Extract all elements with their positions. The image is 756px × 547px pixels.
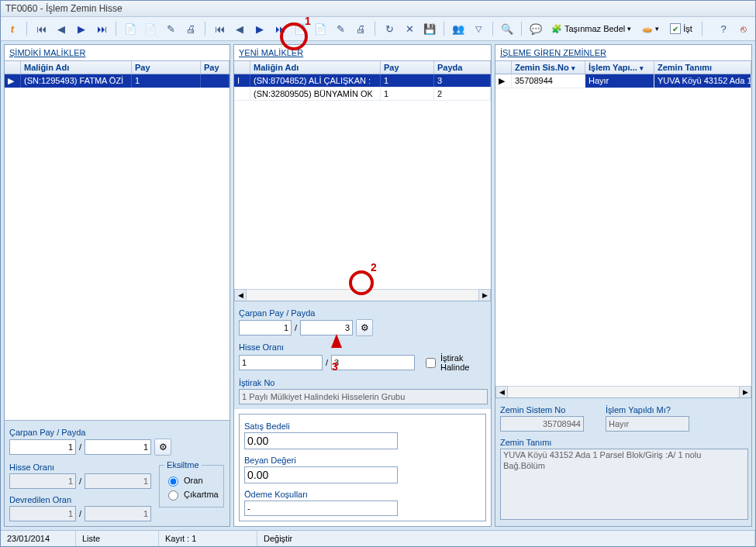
middle-hscroll[interactable]: ◀ ▶: [234, 289, 491, 301]
table-row[interactable]: ▶ 35708944 Hayır YUVA Köyü 43152 Ada 1: [495, 74, 751, 88]
satis-label: Satış Bedeli: [244, 421, 481, 431]
col-islem[interactable]: İşlem Yapı... ▾: [585, 61, 654, 74]
col-malik[interactable]: Maliğin Adı: [250, 61, 381, 74]
first2-icon[interactable]: ⏮: [211, 20, 228, 37]
copy-record-icon[interactable]: 📄: [122, 20, 139, 37]
prev2-icon[interactable]: ◀: [231, 20, 248, 37]
scroll-right-icon[interactable]: ▶: [739, 386, 751, 398]
islem-label: İşlem Yapıldı Mı?: [606, 405, 689, 415]
status-mode: Değiştir: [257, 531, 755, 546]
first-icon[interactable]: ⏮: [33, 20, 50, 37]
satis-input[interactable]: [244, 432, 398, 449]
exit-icon[interactable]: ⎋: [735, 20, 752, 37]
right-form: Zemin Sistem No İşlem Yapıldı Mı? Zemin …: [495, 397, 751, 526]
scroll-right-icon[interactable]: ▶: [478, 289, 491, 301]
right-panel: İŞLEME GİREN ZEMİNLER Zemin Sis.No ▾ İşl…: [495, 44, 752, 527]
print2-icon[interactable]: 🖨: [352, 20, 369, 37]
gear-multi-icon: 🧩: [551, 24, 562, 34]
cell-pay: 1: [381, 74, 434, 87]
next-icon[interactable]: ▶: [73, 20, 90, 37]
last-icon[interactable]: ⏭: [93, 20, 110, 37]
apply-ratio-button[interactable]: ⚙: [356, 319, 373, 336]
users-icon[interactable]: 👥: [450, 20, 467, 37]
edit2-icon[interactable]: ✎: [332, 20, 349, 37]
left-panel: ŞİMDİKİ MALİKLER Maliğin Adı Pay Pay ▶ (…: [4, 44, 230, 527]
print-icon[interactable]: 🖨: [182, 20, 199, 37]
devredilen-label: Devredilen Oran: [9, 495, 151, 504]
carpan-pay-input[interactable]: [9, 439, 76, 455]
scroll-left-icon[interactable]: ◀: [495, 386, 508, 398]
last2-icon[interactable]: ⏭: [271, 20, 288, 37]
sis-label: Zemin Sistem No: [500, 405, 584, 415]
istirak-checkbox[interactable]: İştirak Halinde: [423, 353, 486, 372]
prev-icon[interactable]: ◀: [53, 20, 70, 37]
dev-pay-input: [9, 506, 76, 521]
pie-dropdown-button[interactable]: 🥧 ▾: [638, 20, 663, 37]
checkbox-icon: ✔: [670, 23, 681, 34]
hisse-payda-input[interactable]: [331, 355, 415, 370]
cell-pay: 1: [132, 74, 201, 88]
carpan-pay-input[interactable]: [239, 320, 292, 335]
col-tanim[interactable]: Zemin Tanımı: [654, 61, 751, 74]
next2-icon[interactable]: ▶: [251, 20, 268, 37]
new2-icon[interactable]: 📄: [312, 20, 329, 37]
col-payda[interactable]: Payda: [434, 61, 491, 74]
pie-icon: 🥧: [642, 24, 653, 34]
hisse-pay-input[interactable]: [239, 355, 323, 370]
scroll-left-icon[interactable]: ◀: [234, 289, 247, 301]
filter-icon[interactable]: ▽: [470, 20, 487, 37]
carpan-payda-input[interactable]: [300, 320, 353, 335]
beyan-input[interactable]: [244, 466, 398, 483]
cell-payda: [201, 74, 230, 88]
radio-oran[interactable]: Oran: [164, 474, 219, 487]
status-bar: 23/01/2014 Liste Kayıt : 1 Değiştir: [1, 530, 755, 546]
eksiltme-fieldset: Eksiltme Oran Çıkartma: [159, 460, 224, 507]
toolbar: t ⏮ ◀ ▶ ⏭ 📄 📄 ✎ 🖨 ⏮ ◀ ▶ ⏭ 📄 📄 ✎ 🖨 ↻ ✕ 💾 …: [1, 17, 755, 41]
middle-form-top: Çarpan Pay / Payda / ⚙ Hisse Oranı / İşt…: [234, 301, 491, 409]
chat-icon[interactable]: 💬: [527, 20, 544, 37]
app-logo-icon: t: [4, 20, 21, 37]
cell-malik: (SN:1295493) FATMA ÖZİ: [21, 74, 132, 88]
help-icon[interactable]: ?: [715, 20, 732, 37]
apply-ratio-button[interactable]: ⚙: [154, 439, 171, 456]
status-liste: Liste: [76, 531, 159, 546]
col-pay[interactable]: Pay: [381, 61, 434, 74]
edit-icon[interactable]: ✎: [162, 20, 179, 37]
odeme-input[interactable]: [244, 501, 398, 516]
table-row[interactable]: ▶ (SN:1295493) FATMA ÖZİ 1: [5, 74, 230, 88]
sis-input: [500, 416, 584, 432]
query-icon[interactable]: 🔍: [499, 20, 516, 37]
carpan-label: Çarpan Pay / Payda: [9, 428, 225, 437]
copy2-icon[interactable]: 📄: [292, 20, 309, 37]
col-pay[interactable]: Pay: [132, 61, 201, 74]
islem-input: [606, 416, 689, 432]
delete-icon[interactable]: ✕: [401, 20, 418, 37]
status-date: 23/01/2014: [1, 531, 76, 546]
radio-cikartma[interactable]: Çıkartma: [164, 488, 219, 501]
right-hscroll[interactable]: ◀ ▶: [495, 386, 751, 397]
col-payda[interactable]: Pay: [201, 61, 230, 74]
ist-checkbox-button[interactable]: ✔ İşt: [666, 20, 696, 37]
table-row[interactable]: (SN:32809505) BÜNYAMİN OK 1 2: [234, 88, 491, 101]
ist-label: İşt: [683, 24, 692, 33]
status-kayit: Kayıt : 1: [159, 531, 257, 546]
middle-panel-title: YENİ MALİKLER: [234, 45, 491, 60]
col-sis[interactable]: Zemin Sis.No ▾: [512, 61, 585, 74]
table-row[interactable]: I (SN:8704852) ALİ ÇALIŞKAN : 1 3: [234, 74, 491, 88]
hisse-pay-input: [9, 473, 76, 489]
main-body: ŞİMDİKİ MALİKLER Maliğin Adı Pay Pay ▶ (…: [1, 41, 755, 530]
hisse-payda-input: [85, 473, 151, 489]
tasinmaz-bedel-label: Taşınmaz Bedel: [564, 24, 625, 33]
middle-grid[interactable]: Maliğin Adı Pay Payda I (SN:8704852) ALİ…: [234, 60, 491, 101]
refresh-icon[interactable]: ↻: [381, 20, 398, 37]
save-icon[interactable]: 💾: [421, 20, 438, 37]
left-grid[interactable]: Maliğin Adı Pay Pay ▶ (SN:1295493) FATMA…: [5, 60, 230, 88]
new-record-icon[interactable]: 📄: [142, 20, 159, 37]
beyan-label: Beyan Değeri: [244, 456, 481, 465]
col-malik[interactable]: Maliğin Adı: [21, 61, 132, 74]
cell-pay: 1: [381, 88, 434, 100]
cell-payda: 2: [434, 88, 491, 100]
right-grid[interactable]: Zemin Sis.No ▾ İşlem Yapı... ▾ Zemin Tan…: [495, 60, 751, 88]
carpan-payda-input[interactable]: [85, 439, 151, 455]
tasinmaz-bedel-button[interactable]: 🧩 Taşınmaz Bedel ▾: [547, 20, 635, 37]
